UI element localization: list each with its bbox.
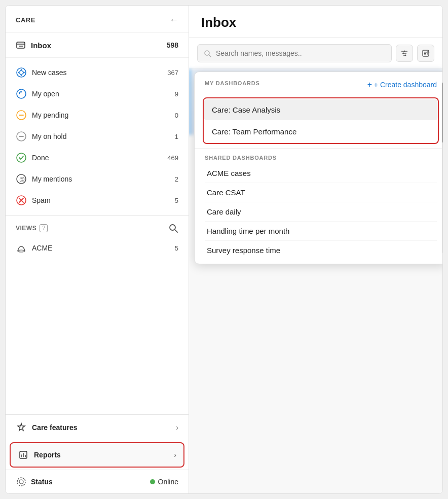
nav-item-my-open[interactable]: My open 9 [6, 83, 189, 104]
my-mentions-count: 2 [175, 175, 178, 183]
my-pending-count: 0 [175, 112, 178, 119]
care-features-label: Care features [32, 423, 78, 432]
create-dashboard-label: + Create dashboard [374, 81, 437, 89]
status-bar[interactable]: Status Online [6, 470, 189, 493]
reports-icon [18, 449, 29, 460]
svg-point-15 [17, 478, 25, 486]
filter-button[interactable] [396, 45, 413, 62]
status-value: Online [158, 478, 178, 486]
my-pending-label: My pending [32, 111, 68, 119]
nav-item-my-on-hold[interactable]: My on hold 1 [6, 126, 189, 147]
spam-icon [16, 195, 27, 206]
status-icon [16, 476, 27, 487]
svg-point-11 [170, 225, 175, 230]
my-open-count: 9 [175, 90, 178, 98]
main-header: Inbox [189, 6, 442, 38]
dropdown-scrollbar-thumb [442, 82, 442, 143]
sort-button[interactable] [417, 45, 434, 62]
shared-item-handling-time[interactable]: Handling time per month [205, 222, 437, 241]
shared-dashboards-title: SHARED DASHBOARDS [205, 155, 437, 161]
inbox-label: Inbox [31, 41, 51, 50]
svg-line-18 [209, 55, 211, 57]
spam-count: 5 [175, 197, 178, 204]
my-open-icon [16, 88, 27, 99]
svg-rect-0 [17, 42, 25, 48]
main-content: Inbox [189, 6, 442, 493]
nav-item-acme[interactable]: ACME 5 [6, 237, 189, 259]
my-mentions-icon: @ [16, 173, 27, 185]
nav-item-done[interactable]: Done 469 [6, 147, 189, 168]
new-cases-count: 367 [167, 69, 178, 77]
create-dashboard-link[interactable]: + + Create dashboard [357, 72, 442, 93]
nav-list: New cases 367 My open 9 [6, 58, 189, 216]
acme-label: ACME [32, 244, 52, 252]
shared-item-care-daily[interactable]: Care daily [205, 202, 437, 222]
status-dot [150, 479, 155, 484]
dashboard-item-team-performance[interactable]: Care: Team Performance [204, 121, 438, 142]
nav-item-new-cases[interactable]: New cases 367 [6, 62, 189, 83]
page-title: Inbox [201, 15, 430, 30]
dashboards-dropdown: MY DASHBOARDS + + Create dashboard Care:… [194, 72, 442, 264]
svg-point-16 [19, 480, 23, 484]
nav-item-my-pending[interactable]: My pending 0 [6, 104, 189, 126]
my-dashboards-box: Care: Case Analysis Care: Team Performan… [203, 97, 439, 144]
done-label: Done [32, 154, 49, 162]
brand-label: CARE [16, 16, 35, 24]
inbox-item[interactable]: Inbox 598 [6, 33, 189, 58]
svg-point-2 [17, 89, 26, 98]
dropdown-scrollbar[interactable] [442, 82, 442, 254]
new-cases-icon [16, 67, 27, 78]
done-icon [16, 152, 27, 163]
svg-point-24 [405, 55, 406, 56]
new-cases-label: New cases [32, 68, 66, 77]
care-features-item[interactable]: Care features › [6, 415, 189, 440]
bottom-nav: Care features › Reports [6, 414, 189, 493]
my-open-label: My open [32, 90, 59, 98]
spam-label: Spam [32, 196, 51, 204]
my-dashboards-title: MY DASHBOARDS [205, 80, 260, 86]
sidebar-header: CARE ← [6, 6, 189, 33]
shared-item-acme-cases[interactable]: ACME cases [205, 164, 437, 183]
reports-label: Reports [34, 451, 61, 459]
dropdown-header-row: MY DASHBOARDS + + Create dashboard [195, 72, 442, 93]
done-count: 469 [167, 154, 178, 162]
shared-dashboards-section: SHARED DASHBOARDS ACME cases Care CSAT C… [195, 148, 442, 264]
nav-item-my-mentions[interactable]: @ My mentions 2 [6, 168, 189, 190]
shared-item-care-csat[interactable]: Care CSAT [205, 183, 437, 202]
create-plus-icon: + [367, 80, 372, 89]
search-input-wrap[interactable] [197, 44, 392, 62]
my-pending-icon [16, 110, 27, 121]
acme-count: 5 [175, 244, 178, 252]
svg-point-5 [17, 153, 26, 162]
svg-point-22 [404, 51, 405, 52]
svg-line-12 [175, 230, 177, 232]
my-on-hold-count: 1 [175, 133, 178, 140]
search-input[interactable] [216, 49, 385, 57]
dashboard-item-case-analysis[interactable]: Care: Case Analysis [204, 99, 438, 120]
my-on-hold-icon [16, 131, 27, 142]
inbox-icon [16, 40, 26, 50]
care-features-icon [16, 422, 27, 433]
svg-text:@: @ [19, 176, 25, 182]
views-title: VIEWS [16, 225, 36, 232]
status-label: Status [31, 478, 53, 486]
sidebar: CARE ← Inbox 598 [6, 6, 189, 493]
reports-chevron: › [174, 451, 176, 459]
my-mentions-label: My mentions [32, 175, 72, 183]
views-section: VIEWS ? [6, 216, 189, 259]
my-on-hold-label: My on hold [32, 132, 66, 140]
svg-point-13 [18, 250, 25, 252]
reports-item[interactable]: Reports › [10, 442, 184, 468]
svg-point-23 [403, 53, 404, 54]
inbox-count: 598 [167, 41, 178, 49]
acme-icon [16, 242, 27, 254]
shared-item-survey-response[interactable]: Survey response time [205, 241, 437, 260]
nav-item-spam[interactable]: Spam 5 [6, 190, 189, 211]
views-search-icon[interactable] [168, 223, 178, 233]
search-icon [204, 49, 212, 58]
search-bar [189, 38, 442, 69]
back-icon[interactable]: ← [169, 15, 178, 25]
views-help-icon[interactable]: ? [40, 224, 48, 232]
care-features-chevron: › [176, 423, 178, 432]
